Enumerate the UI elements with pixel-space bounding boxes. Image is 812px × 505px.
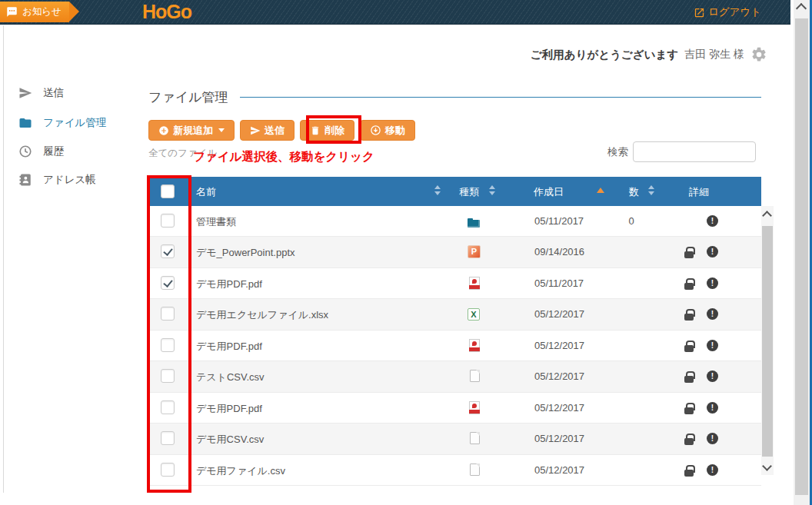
csv-file-icon: [470, 370, 480, 382]
table-row[interactable]: デモ用ファイル.csv 05/12/2017: [148, 455, 761, 486]
sidebar-item-label: 履歴: [43, 145, 64, 158]
greeting-text: ご利用ありがとうございます: [531, 48, 678, 62]
file-name: 管理書類: [196, 215, 236, 229]
table-row[interactable]: デモ用PDF.pdf 05/12/2017: [148, 331, 761, 361]
created-date: 05/12/2017: [534, 340, 584, 351]
delete-label: 削除: [324, 124, 344, 138]
lock-icon: [684, 309, 694, 321]
csv-file-icon: [470, 463, 480, 476]
address-book-icon: [18, 173, 32, 187]
column-header-detail[interactable]: 詳細: [689, 185, 709, 199]
folder-icon: [468, 214, 481, 228]
notice-ribbon[interactable]: お知らせ: [0, 2, 69, 22]
info-icon[interactable]: [707, 246, 718, 257]
hogo-logo: HoGo: [142, 1, 191, 23]
file-name: デモ用PDF.pdf: [196, 340, 262, 354]
search-input[interactable]: [633, 141, 756, 162]
paper-plane-icon: [18, 86, 32, 100]
scroll-down-icon[interactable]: [762, 461, 772, 471]
table-row[interactable]: デモ用エクセルファイル.xlsx 05/12/2017: [148, 299, 761, 330]
row-checkbox[interactable]: [161, 244, 175, 258]
sort-arrows-count-icon[interactable]: [648, 184, 654, 199]
info-icon[interactable]: [707, 433, 718, 444]
sort-arrows-name-icon[interactable]: [434, 184, 441, 199]
row-checkbox[interactable]: [161, 400, 175, 414]
sidebar-item-file-management[interactable]: ファイル管理: [18, 113, 134, 133]
send-button[interactable]: 送信: [240, 120, 295, 141]
sidebar-item-history[interactable]: 履歴: [18, 141, 134, 161]
column-header-name[interactable]: 名前: [196, 185, 216, 199]
select-all-checkbox[interactable]: [161, 184, 175, 198]
table-row[interactable]: デモ用CSV.csv 05/12/2017: [148, 424, 761, 454]
sidebar-item-address-book[interactable]: アドレス帳: [18, 170, 134, 190]
info-icon[interactable]: [707, 402, 718, 414]
sort-arrows-type-icon[interactable]: [489, 184, 495, 199]
table-row[interactable]: 管理書類 05/11/2017 0: [148, 206, 761, 237]
csv-file-icon: [470, 432, 480, 444]
file-management-page: お知らせ HoGo ログアウト ご利用ありがとうございます 吉田 弥生 様 送信…: [0, 0, 812, 505]
table-row[interactable]: テストCSV.csv 05/12/2017: [148, 361, 761, 392]
created-date: 05/11/2017: [534, 277, 584, 289]
add-new-label: 新規追加: [173, 124, 213, 138]
info-icon[interactable]: [707, 464, 718, 476]
info-icon[interactable]: [707, 340, 718, 351]
greeting-bar: ご利用ありがとうございます 吉田 弥生 様: [531, 46, 767, 63]
add-new-button[interactable]: 新規追加: [148, 120, 235, 141]
gear-icon[interactable]: [750, 46, 767, 63]
pdf-file-icon: [469, 277, 480, 290]
file-name: デモ用エクセルファイル.xlsx: [196, 308, 328, 322]
row-checkbox[interactable]: [161, 338, 175, 352]
column-header-count[interactable]: 数: [629, 185, 639, 199]
paper-plane-icon: [250, 125, 261, 136]
row-checkbox[interactable]: [161, 214, 175, 228]
info-icon[interactable]: [707, 370, 718, 382]
scroll-up-icon[interactable]: [762, 211, 772, 221]
chat-bubble-icon: [6, 6, 18, 18]
info-icon[interactable]: [707, 215, 718, 227]
table-row[interactable]: デモ_PowerPoint.pptx 09/14/2016: [148, 237, 761, 267]
logout-icon: [694, 7, 705, 18]
row-checkbox[interactable]: [161, 431, 175, 445]
toolbar: 新規追加 送信 削除 移動: [148, 120, 415, 141]
delete-button[interactable]: 削除: [300, 120, 354, 141]
file-name: デモ用PDF.pdf: [196, 277, 262, 291]
logout-label: ログアウト: [708, 5, 761, 19]
column-header-created[interactable]: 作成日: [534, 185, 564, 199]
column-header-type[interactable]: 種類: [459, 185, 479, 199]
content-left-border: [3, 25, 4, 493]
trash-icon: [310, 125, 321, 136]
file-name: テストCSV.csv: [196, 370, 265, 384]
page-scrollbar-thumb[interactable]: [795, 18, 808, 495]
file-table-body: 管理書類 05/11/2017 0 デモ_PowerPoint.pptx 09/…: [148, 206, 761, 486]
table-scrollbar-thumb[interactable]: [762, 226, 773, 457]
info-icon[interactable]: [707, 308, 718, 320]
caret-down-icon: [218, 128, 225, 132]
notice-label: お知らせ: [22, 5, 62, 18]
sidebar-item-label: ファイル管理: [43, 116, 106, 130]
lock-icon: [684, 278, 694, 290]
sort-arrow-created-asc-icon[interactable]: [597, 188, 604, 193]
sidebar-item-send[interactable]: 送信: [18, 83, 134, 103]
page-scrollbar[interactable]: [794, 0, 810, 505]
page-scroll-up-icon[interactable]: [796, 3, 807, 14]
file-name: デモ用CSV.csv: [196, 433, 264, 447]
table-row[interactable]: デモ用PDF.pdf 05/12/2017: [148, 393, 761, 424]
move-label: 移動: [385, 124, 405, 138]
move-button[interactable]: 移動: [360, 120, 415, 141]
top-navigation-bar: お知らせ HoGo ログアウト: [0, 0, 790, 25]
clock-icon: [18, 145, 32, 158]
table-scrollbar[interactable]: [761, 206, 774, 475]
row-checkbox[interactable]: [161, 369, 175, 383]
row-checkbox[interactable]: [161, 463, 175, 477]
user-name: 吉田 弥生 様: [684, 48, 744, 61]
lock-icon: [684, 465, 694, 477]
title-divider: [240, 97, 761, 98]
sidebar-item-label: 送信: [43, 86, 64, 100]
info-icon[interactable]: [707, 277, 718, 289]
row-checkbox[interactable]: [161, 276, 175, 290]
lock-icon: [684, 403, 694, 414]
table-row[interactable]: デモ用PDF.pdf 05/11/2017: [148, 268, 761, 299]
logout-button[interactable]: ログアウト: [694, 5, 761, 19]
row-checkbox[interactable]: [161, 307, 175, 321]
created-date: 05/12/2017: [534, 402, 584, 414]
